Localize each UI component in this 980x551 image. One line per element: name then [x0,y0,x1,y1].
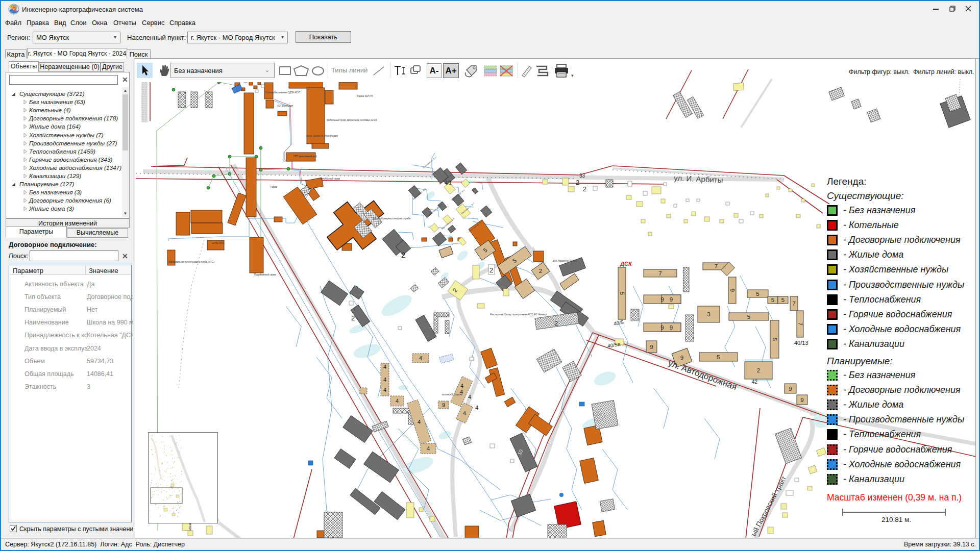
svg-text:Склад МТС: Склад МТС [212,242,225,244]
svg-text:Гараж: Гараж [271,186,278,188]
svg-text:ДСК: ДСК [620,261,632,267]
svg-text:9: 9 [670,296,673,303]
svg-text:4: 4 [460,383,463,389]
svg-text:Мобильный пункт диспетчера теп: Мобильный пункт диспетчера тепловых сете… [327,118,377,121]
svg-text:4: 4 [383,377,386,383]
svg-text:7: 7 [792,300,795,307]
svg-text:Материальная техническая служб: Материальная техническая служба (МТС) [168,261,214,263]
svg-text:Госкомобеспечение СДПК АГУТ: Госкомобеспечение СДПК АГУТ [265,91,301,94]
svg-text:3: 3 [707,311,710,317]
svg-text:4/1: 4/1 [445,180,452,186]
svg-text:Вольер Коммунистическая служба: Вольер Коммунистическая служба [373,217,411,220]
svg-text:5: 5 [619,292,625,295]
svg-text:9: 9 [442,402,445,408]
svg-text:4: 4 [427,445,430,452]
svg-text:Мастерская (Склад - контрольна: Мастерская (Склад - контрольная АСС) АО … [490,313,547,316]
svg-text:2: 2 [583,186,586,193]
svg-text:9: 9 [729,289,736,292]
svg-text:4: 4 [383,364,386,370]
svg-text:33: 33 [579,173,585,179]
svg-text:4: 4 [383,387,386,393]
svg-text:2: 2 [351,314,355,322]
svg-text:5: 5 [781,297,785,303]
svg-text:5: 5 [756,291,759,297]
svg-text:4: 4 [463,410,466,416]
svg-text:9: 9 [650,344,653,350]
svg-text:Подрезанный гараж: Подрезанный гараж [254,273,277,276]
svg-text:АО 'Верунская': АО 'Верунская' [277,105,293,107]
svg-text:2: 2 [576,179,579,186]
svg-text:5: 5 [717,354,720,360]
svg-text:7: 7 [715,263,718,269]
svg-text:9: 9 [660,324,664,331]
svg-text:9: 9 [800,397,803,403]
svg-text:2: 2 [489,266,493,274]
svg-text:Автобусный гараж: Автобусный гараж [320,177,340,180]
svg-text:5: 5 [771,297,774,303]
svg-text:5: 5 [747,314,750,320]
svg-text:4: 4 [475,405,478,411]
svg-text:ВАК Россия по РС (Я): ВАК Россия по РС (Я) [553,260,577,262]
svg-text:40/13: 40/13 [794,340,808,346]
svg-text:42: 42 [752,379,758,385]
svg-text:9: 9 [670,324,673,331]
svg-text:2: 2 [401,251,405,259]
svg-text:Арен. здание В 'Ибис Россия': Арен. здание В 'Ибис Россия' [306,135,338,137]
svg-text:9: 9 [660,296,664,303]
svg-text:Гараж ЭСТУП: Гараж ЭСТУП [357,95,373,97]
svg-text:4: 4 [418,419,421,425]
svg-text:4: 4 [468,394,471,400]
svg-text:7: 7 [797,322,803,325]
svg-text:4: 4 [419,355,422,361]
svg-text:5: 5 [772,338,778,341]
svg-text:2: 2 [757,367,760,373]
svg-text:колонка В сторона: колонка В сторона [442,393,462,396]
svg-text:9: 9 [789,386,792,392]
svg-text:2: 2 [539,268,542,274]
svg-text:2: 2 [554,319,558,327]
svg-text:ГРП (монтажный цех): ГРП (монтажный цех) [293,155,317,158]
svg-text:4: 4 [396,398,399,404]
svg-text:9: 9 [680,355,683,361]
svg-text:7: 7 [658,270,662,277]
